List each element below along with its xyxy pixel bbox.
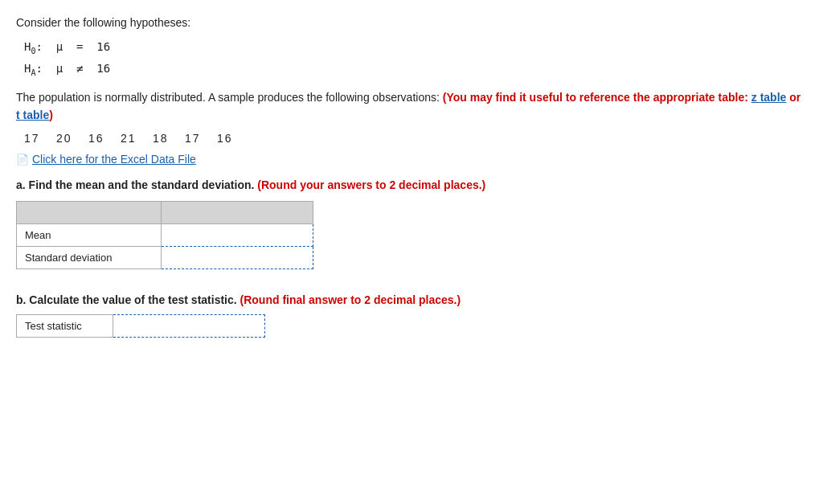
test-stat-table: Test statistic: [16, 314, 265, 338]
table-header-right: [162, 202, 313, 224]
obs-7: 16: [217, 132, 233, 145]
part-a-table-container: Mean Standard deviation: [16, 201, 807, 269]
hypothesis-h0: H0: μ = 16: [24, 37, 807, 59]
test-stat-label: Test statistic: [17, 315, 113, 338]
part-a-table: Mean Standard deviation: [16, 201, 313, 269]
std-dev-label: Standard deviation: [17, 247, 162, 269]
obs-3: 16: [88, 132, 104, 145]
hypothesis-ha: HA: μ ≠ 16: [24, 59, 807, 80]
population-normal-text: The population is normally distributed. …: [16, 91, 440, 104]
obs-4: 21: [121, 132, 137, 145]
part-b-letter: b.: [16, 293, 26, 306]
test-stat-table-container: Test statistic: [16, 314, 807, 338]
part-a-label: a. Find the mean and the standard deviat…: [16, 178, 807, 191]
excel-icon: 📄: [16, 154, 29, 166]
test-stat-input[interactable]: [121, 320, 256, 332]
obs-6: 17: [185, 132, 201, 145]
mean-input-cell[interactable]: [162, 224, 313, 247]
observations-list: 17 20 16 21 18 17 16: [24, 132, 807, 145]
excel-data-link[interactable]: Click here for the Excel Data File: [32, 153, 196, 166]
part-b-text: Calculate the value of the test statisti…: [29, 293, 461, 306]
mean-input[interactable]: [170, 229, 305, 241]
part-b-label: b. Calculate the value of the test stati…: [16, 293, 807, 306]
table-header-left: [17, 202, 162, 224]
obs-2: 20: [56, 132, 72, 145]
part-a-letter: a.: [16, 178, 26, 191]
table-row: Mean: [17, 224, 313, 247]
z-table-link[interactable]: z table: [751, 91, 787, 104]
test-stat-row: Test statistic: [17, 315, 265, 338]
intro-heading: Consider the following hypotheses:: [16, 16, 807, 29]
part-a-round-note: (Round your answers to 2 decimal places.…: [257, 178, 485, 191]
test-stat-input-cell[interactable]: [113, 315, 265, 338]
table-row: Standard deviation: [17, 247, 313, 269]
part-b-round-note: (Round final answer to 2 decimal places.…: [240, 293, 461, 306]
excel-link-container: 📄Click here for the Excel Data File: [16, 153, 807, 166]
mean-label: Mean: [17, 224, 162, 247]
obs-5: 18: [153, 132, 169, 145]
part-a-question: a. Find the mean and the standard deviat…: [16, 178, 807, 269]
std-dev-input[interactable]: [170, 252, 305, 264]
part-b-question: b. Calculate the value of the test stati…: [16, 293, 807, 338]
t-table-link[interactable]: t table: [16, 109, 49, 121]
part-a-text: Find the mean and the standard deviation…: [29, 178, 486, 191]
obs-1: 17: [24, 132, 40, 145]
std-dev-input-cell[interactable]: [162, 247, 313, 269]
population-description: The population is normally distributed. …: [16, 88, 807, 125]
